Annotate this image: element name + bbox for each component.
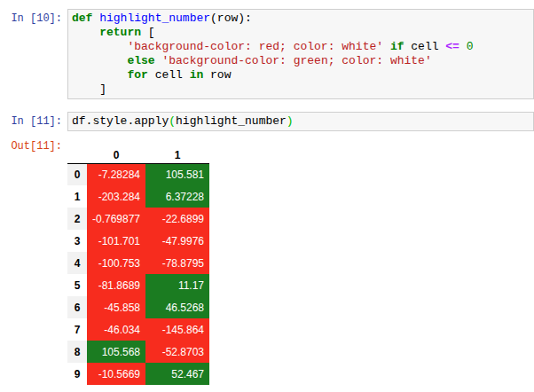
code-line: 'background-color: red; color: white' if… xyxy=(72,40,530,54)
dataframe-row: 9-10.566952.467 xyxy=(67,363,209,385)
dataframe-cell: -78.8795 xyxy=(145,252,209,274)
dataframe-row: 2-0.769877-22.6899 xyxy=(67,208,209,230)
dataframe-row: 4-100.753-78.8795 xyxy=(67,252,209,274)
code-editor-11[interactable]: df.style.apply(highlight_number) xyxy=(67,112,534,131)
styled-dataframe: 01 0-7.28284105.5811-203.2846.372282-0.7… xyxy=(67,148,209,385)
dataframe-index-cell: 8 xyxy=(67,341,87,363)
output-cell-out11: Out[11]: 01 0-7.28284105.5811-203.2846.3… xyxy=(0,137,534,385)
code-line: else 'background-color: green; color: wh… xyxy=(72,54,530,68)
dataframe-cell: 105.568 xyxy=(87,341,145,363)
code-line: df.style.apply(highlight_number) xyxy=(72,114,530,129)
dataframe-header: 01 xyxy=(67,148,209,163)
notebook-page: In [10]: def highlight_number(row): retu… xyxy=(0,9,534,385)
dataframe-cell: -52.8703 xyxy=(145,341,209,363)
dataframe-cell: -0.769877 xyxy=(87,208,145,230)
dataframe-cell: -46.034 xyxy=(87,318,145,341)
dataframe-index-cell: 4 xyxy=(67,252,87,274)
dataframe-row: 7-46.034-145.864 xyxy=(67,318,209,341)
output-prompt-11: Out[11]: xyxy=(0,137,67,153)
code-line: def highlight_number(row): xyxy=(72,12,530,26)
dataframe-index-cell: 7 xyxy=(67,318,87,341)
dataframe-cell: -22.6899 xyxy=(145,208,209,230)
dataframe-cell: -100.753 xyxy=(87,252,145,274)
dataframe-row: 6-45.85846.5268 xyxy=(67,296,209,318)
dataframe-row: 5-81.868911.17 xyxy=(67,274,209,296)
dataframe-cell: 46.5268 xyxy=(145,296,209,318)
dataframe-cell: 6.37228 xyxy=(145,185,209,208)
dataframe-cell: -101.701 xyxy=(87,230,145,252)
input-prompt-10: In [10]: xyxy=(0,9,67,26)
dataframe-cell: 52.467 xyxy=(145,363,209,385)
dataframe-cell: -145.864 xyxy=(145,318,209,341)
dataframe-index-cell: 9 xyxy=(67,363,87,385)
code-line: ] xyxy=(72,82,530,97)
dataframe-column-header: 0 xyxy=(87,148,145,163)
dataframe-index-cell: 5 xyxy=(67,274,87,296)
dataframe-cell: -203.284 xyxy=(87,185,145,208)
code-cell-in10: In [10]: def highlight_number(row): retu… xyxy=(0,9,534,99)
code-content-10: def highlight_number(row): return [ 'bac… xyxy=(72,12,530,97)
dataframe-cell: -81.8689 xyxy=(87,274,145,296)
input-prompt-11: In [11]: xyxy=(0,112,67,129)
dataframe-row: 3-101.701-47.9976 xyxy=(67,230,209,252)
dataframe-cell: -45.858 xyxy=(87,296,145,318)
dataframe-row: 8105.568-52.8703 xyxy=(67,341,209,363)
dataframe-column-header: 1 xyxy=(145,148,209,163)
dataframe-corner-cell xyxy=(67,148,87,163)
code-cell-in11: In [11]: df.style.apply(highlight_number… xyxy=(0,112,534,131)
dataframe-cell: -7.28284 xyxy=(87,163,145,185)
code-content-11: df.style.apply(highlight_number) xyxy=(72,114,530,129)
dataframe-index-cell: 3 xyxy=(67,230,87,252)
dataframe-index-cell: 1 xyxy=(67,185,87,208)
code-line: for cell in row xyxy=(72,68,530,82)
code-editor-10[interactable]: def highlight_number(row): return [ 'bac… xyxy=(67,9,534,99)
code-line: return [ xyxy=(72,26,530,40)
dataframe-row: 1-203.2846.37228 xyxy=(67,185,209,208)
dataframe-cell: 11.17 xyxy=(145,274,209,296)
dataframe-cell: 105.581 xyxy=(145,163,209,185)
dataframe-row: 0-7.28284105.581 xyxy=(67,163,209,185)
dataframe-index-cell: 6 xyxy=(67,296,87,318)
dataframe-index-cell: 2 xyxy=(67,208,87,230)
dataframe-cell: -47.9976 xyxy=(145,230,209,252)
dataframe-cell: -10.5669 xyxy=(87,363,145,385)
dataframe-header-row: 01 xyxy=(67,148,209,163)
dataframe-index-cell: 0 xyxy=(67,163,87,185)
dataframe-body: 0-7.28284105.5811-203.2846.372282-0.7698… xyxy=(67,163,209,385)
output-area: 01 0-7.28284105.5811-203.2846.372282-0.7… xyxy=(67,137,534,385)
